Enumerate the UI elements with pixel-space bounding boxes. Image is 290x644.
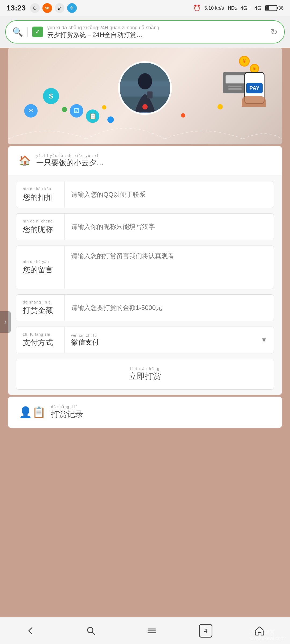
search-icon: 🔍 (12, 27, 23, 37)
nickname-field-row: nín de nì chēng 您的昵称 (16, 213, 274, 240)
form-section: nín de kòu kòu 您的扣扣 nín de nì chēng 您的昵称… (8, 176, 282, 395)
status-left: 13:23 ⊙ 58 🗞 ✈ (6, 3, 77, 13)
dropdown-arrow-icon: ▼ (261, 336, 267, 344)
telegram-icon: ✈ (67, 3, 77, 13)
amount-field-row: dǎ shǎng jīn é 打赏金额 (16, 294, 274, 321)
nickname-input[interactable] (71, 223, 267, 230)
payment-label: zhī fù fāng shì 支付方式 (16, 327, 65, 353)
battery-indicator: 36 (265, 5, 284, 11)
menu-button[interactable] (138, 623, 165, 639)
bottom-navigation: 4 (0, 617, 290, 644)
signal-4g-icon: 4G+ (240, 5, 251, 11)
record-section[interactable]: 👤📋 dǎ shǎng jì lù 打赏记录 (8, 397, 282, 428)
record-title: dǎ shǎng jì lù 打赏记录 (51, 405, 83, 420)
dollar-float-icon: $ (43, 88, 59, 104)
coin-1: ¥ (239, 56, 250, 67)
red-notification-dot (142, 104, 148, 109)
payment-select[interactable]: wēi xìn zhī fù 微信支付 ▼ (71, 333, 267, 347)
network-speed: 5.10 kb/s (204, 5, 224, 11)
search-nav-button[interactable] (78, 623, 104, 639)
hd-icon: HD₂ (228, 5, 237, 11)
yellow-dot-right (218, 104, 223, 109)
payment-value: wēi xìn zhī fù 微信支付 (71, 333, 99, 347)
payment-graphic: ¥ ¥ PAY (223, 56, 266, 120)
status-bar: 13:23 ⊙ 58 🗞 ✈ ⏰ 5.10 kb/s HD₂ 4G+ 4G 36 (0, 0, 290, 16)
tabs-button[interactable]: 4 (199, 624, 212, 638)
message-label: nín de liú yán 您的留言 (16, 246, 65, 289)
hand-graphic (242, 96, 266, 107)
home-header-icon: 🏠 (19, 155, 31, 166)
side-scroll-arrow[interactable]: › (0, 311, 11, 333)
58-icon: 58 (42, 3, 52, 13)
submit-button-text: lì jí dǎ shǎng 立即打赏 (129, 367, 161, 382)
qq-field-row: nín de kòu kòu 您的扣扣 (16, 181, 274, 208)
url-text-area: yún xī dǎ shǎng xì tǒng 24H quán zì dòng… (47, 25, 266, 39)
email-float-icon: ✉ (24, 104, 38, 118)
watermark: 刀客源码网www.dkewl.com (250, 629, 285, 641)
browser-bar: 🔍 ✓ yún xī dǎ shǎng xì tǒng 24H quán zì … (0, 16, 290, 48)
compass-icon: ⊙ (30, 3, 40, 13)
nickname-input-cell[interactable] (65, 214, 274, 240)
nickname-label: nín de nì chēng 您的昵称 (16, 214, 65, 240)
amount-label: dǎ shǎng jīn é 打赏金额 (16, 295, 65, 321)
message-field-row: nín de liú yán 您的留言 (16, 246, 274, 289)
message-textarea[interactable] (71, 251, 267, 283)
payment-select-cell[interactable]: wēi xìn zhī fù 微信支付 ▼ (65, 327, 274, 353)
amount-input-cell[interactable] (65, 295, 274, 321)
tabs-count: 4 (204, 627, 207, 634)
qq-input-cell[interactable] (65, 181, 274, 208)
green-dot (62, 107, 67, 112)
orange-dot (181, 113, 185, 118)
security-shield-icon: ✓ (32, 27, 43, 37)
message-input-cell[interactable] (65, 246, 274, 289)
payment-method-row: zhī fù fāng shì 支付方式 wēi xìn zhī fù 微信支付… (16, 327, 274, 353)
battery-icon (265, 5, 277, 11)
status-right: ⏰ 5.10 kb/s HD₂ 4G+ 4G 36 (193, 5, 284, 12)
hero-banner: ✉ $ ☑ 📋 ¥ ¥ (8, 48, 282, 144)
status-time: 13:23 (6, 4, 26, 12)
signal-4-icon: 4G (254, 5, 262, 11)
doc-float-icon: 📋 (86, 109, 99, 123)
back-button[interactable] (17, 623, 44, 639)
refresh-icon[interactable]: ↻ (270, 27, 278, 37)
submit-button[interactable]: lì jí dǎ shǎng 立即打赏 (16, 359, 274, 390)
checkbox-float-icon: ☑ (70, 104, 83, 118)
svg-line-6 (92, 632, 95, 635)
main-content-card: 🏠 yī zhī yào fàn de xiǎo yún xī 一只要饭的小云夕… (8, 146, 282, 395)
status-icons: ⊙ 58 🗞 ✈ (30, 3, 77, 13)
svg-rect-4 (147, 92, 153, 98)
record-icon: 👤📋 (19, 406, 46, 419)
url-display: 云夕打赏系统－24H全自动打赏… (47, 31, 266, 39)
svg-point-3 (138, 73, 152, 89)
pos-terminal (223, 72, 247, 93)
url-pinyin: yún xī dǎ shǎng xì tǒng 24H quán zì dòng… (47, 25, 266, 31)
yellow-dot (102, 105, 106, 109)
qq-label: nín de kòu kòu 您的扣扣 (16, 181, 65, 208)
battery-level: 36 (278, 5, 284, 11)
url-divider (27, 27, 28, 37)
qq-input[interactable] (71, 191, 267, 198)
news-icon: 🗞 (55, 3, 64, 13)
blue-dot (107, 116, 114, 123)
url-bar[interactable]: 🔍 ✓ yún xī dǎ shǎng xì tǒng 24H quán zì … (5, 20, 285, 43)
card-header: 🏠 yī zhī yào fàn de xiǎo yún xī 一只要饭的小云夕… (8, 146, 282, 176)
header-title: yī zhī yào fàn de xiǎo yún xī 一只要饭的小云夕… (36, 153, 104, 168)
alarm-icon: ⏰ (193, 5, 201, 12)
amount-input[interactable] (71, 304, 267, 312)
